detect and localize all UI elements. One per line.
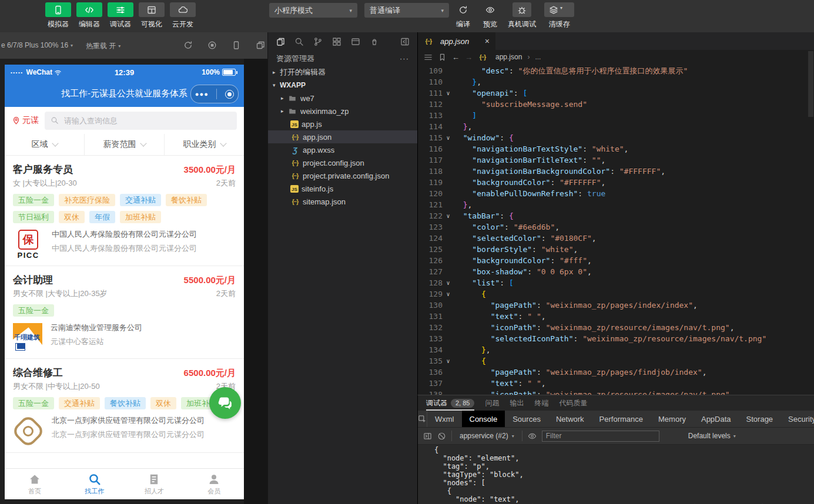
windowS-icon[interactable]: [351, 37, 360, 46]
benefit-tag: 年假: [89, 211, 115, 223]
tree-item[interactable]: JSsiteinfo.js: [268, 182, 417, 195]
toolbar-action-button[interactable]: 真机调试: [508, 2, 536, 29]
pot-icon[interactable]: [370, 37, 379, 46]
devtools-tab-sources[interactable]: Sources: [505, 411, 548, 427]
debugger-tab[interactable]: 终端: [534, 395, 548, 411]
filter-dropdown[interactable]: 职业类别: [165, 134, 244, 155]
mobile-icon[interactable]: [232, 41, 241, 50]
hot-reload-toggle[interactable]: 热重载 开 ▾: [86, 41, 120, 51]
fold-chevron-icon[interactable]: ∨: [443, 277, 454, 288]
device-select[interactable]: e 6/7/8 Plus 100% 16 ▾: [1, 41, 73, 49]
console-filter-input[interactable]: [542, 431, 659, 442]
toolbar-button[interactable]: 云开发: [168, 2, 197, 29]
chat-fab[interactable]: [209, 387, 241, 419]
fold-chevron-icon[interactable]: ∨: [443, 210, 454, 221]
toolbar-button[interactable]: 可视化: [137, 2, 166, 29]
devtools-tab-appdata[interactable]: AppData: [694, 411, 739, 427]
page-title: 找工作-元谋县公共就业服务体系: [61, 88, 187, 99]
clear-console-icon[interactable]: [437, 432, 446, 441]
location-picker[interactable]: 元谋: [12, 115, 39, 126]
branch-icon[interactable]: [313, 37, 323, 46]
breadcrumb-more[interactable]: ...: [535, 53, 541, 61]
devtools-tab-security[interactable]: Security: [780, 411, 814, 427]
tree-item[interactable]: {··}project.config.json: [268, 156, 417, 169]
toolbar-action-button[interactable]: 编译: [454, 2, 473, 29]
phonedev-icon: [53, 5, 63, 15]
tab-app-json[interactable]: {··} app.json ×: [418, 32, 495, 50]
debugger-tab[interactable]: 调试器2, 85: [426, 395, 474, 411]
fold-chevron-icon: [443, 110, 454, 121]
collapse-sidebar-icon[interactable]: [400, 37, 410, 46]
record-icon[interactable]: [207, 41, 217, 50]
phone-tab-doc[interactable]: 招人才: [125, 469, 185, 499]
devtools-tab-storage[interactable]: Storage: [739, 411, 781, 427]
extensions-icon[interactable]: [332, 37, 341, 46]
search-input[interactable]: [63, 116, 231, 126]
tree-item[interactable]: {··}sitemap.json: [268, 195, 417, 208]
refresh-icon[interactable]: [183, 41, 193, 50]
code-line: 125 "borderStyle": "white",: [418, 244, 814, 255]
fold-chevron-icon: [443, 154, 454, 166]
breadcrumb-file[interactable]: app.json: [495, 53, 522, 61]
toolbar-action-button[interactable]: ▾清缓存: [544, 2, 574, 29]
debugger-tab[interactable]: 问题: [485, 395, 499, 411]
phone-tab-person[interactable]: 会员: [184, 469, 244, 499]
outline-menu-icon[interactable]: [424, 53, 433, 62]
tree-item[interactable]: {··}app.json: [268, 130, 417, 143]
windows2-icon[interactable]: [256, 41, 265, 50]
job-salary: 5500.00元/月: [184, 275, 236, 286]
more-dots-icon[interactable]: ●●●: [195, 91, 209, 98]
console-log-line: "nodes": [: [434, 479, 814, 487]
debugger-tab[interactable]: 代码质量: [559, 395, 587, 411]
back-arrow-icon[interactable]: ←: [452, 53, 460, 62]
search-icon[interactable]: [294, 37, 304, 46]
fold-chevron-icon[interactable]: ∨: [443, 355, 454, 367]
tree-item[interactable]: ▸打开的编辑器: [268, 66, 417, 79]
mode-select[interactable]: 小程序模式 ▾: [269, 3, 357, 18]
fold-chevron-icon[interactable]: ∨: [443, 288, 454, 300]
more-actions-icon[interactable]: ···: [400, 54, 409, 63]
filter-dropdown[interactable]: 薪资范围: [85, 134, 165, 155]
forward-arrow-icon[interactable]: →: [465, 53, 473, 62]
toolbar-button[interactable]: 编辑器: [75, 2, 104, 29]
devtools-tab-console[interactable]: Console: [462, 411, 505, 427]
tree-item[interactable]: ▸weixinmao_zp: [268, 105, 417, 117]
devtools-tab-performance[interactable]: Performance: [592, 411, 651, 427]
editor-scrollbar[interactable]: [808, 51, 813, 117]
fold-chevron-icon[interactable]: ∨: [443, 88, 454, 99]
close-icon[interactable]: ×: [485, 36, 490, 46]
inspect-element-icon[interactable]: [418, 411, 427, 427]
tree-item[interactable]: ▾WXAPP: [268, 79, 417, 92]
tree-item[interactable]: Ʒapp.wxss: [268, 143, 417, 156]
toolbar-button[interactable]: 模拟器: [43, 2, 73, 29]
fold-chevron-icon[interactable]: ∨: [443, 132, 454, 143]
phone-tab-searchTab[interactable]: 找工作: [65, 469, 125, 499]
console-output[interactable]: { "node": "element", "tag": "p", "tagTyp…: [418, 445, 814, 504]
devtools-tab-network[interactable]: Network: [548, 411, 592, 427]
bookmark-icon[interactable]: [438, 53, 447, 62]
phone-tab-home[interactable]: 首页: [5, 469, 65, 499]
filter-dropdown[interactable]: 区域: [5, 134, 85, 155]
close-target-icon[interactable]: [225, 90, 234, 99]
tree-item[interactable]: {··}project.private.config.json: [268, 169, 417, 182]
search-box[interactable]: [45, 112, 237, 130]
devtools-tab-wxml[interactable]: Wxml: [427, 411, 462, 427]
compile-mode-select[interactable]: 普通编译 ▾: [364, 3, 449, 18]
job-card[interactable]: 综合维修工6500.00元/月 男女不限 |中专以上|20-502天前 五险一金…: [5, 359, 244, 453]
capsule-menu[interactable]: ●●●: [190, 85, 239, 103]
log-levels-select[interactable]: Default levels ▾: [688, 432, 736, 440]
debugger-tab[interactable]: 输出: [510, 395, 524, 411]
devtools-tab-memory[interactable]: Memory: [651, 411, 694, 427]
tree-item[interactable]: ▸we7: [268, 92, 417, 105]
job-card[interactable]: 会计助理5500.00元/月 男女不限 |大专以上|20-35岁2天前 五险一金…: [5, 266, 244, 359]
toolbar-button[interactable]: 调试器: [106, 2, 135, 29]
dock-side-icon[interactable]: [423, 432, 432, 441]
toolbar-action-button[interactable]: 预览: [481, 2, 500, 29]
benefit-tag: 双休: [59, 211, 85, 223]
tree-item[interactable]: JSapp.js: [268, 117, 417, 130]
files-icon[interactable]: [276, 37, 285, 46]
job-card[interactable]: 客户服务专员3500.00元/月 女 |大专以上|20-302天前 五险一金补充…: [5, 156, 244, 266]
context-select[interactable]: appservice (#2) ▾: [457, 432, 517, 440]
eye-icon[interactable]: [528, 432, 537, 441]
code-area[interactable]: 109 "desc": "你的位置信息将用于小程序位置接口的效果展示"110 }…: [418, 64, 814, 395]
